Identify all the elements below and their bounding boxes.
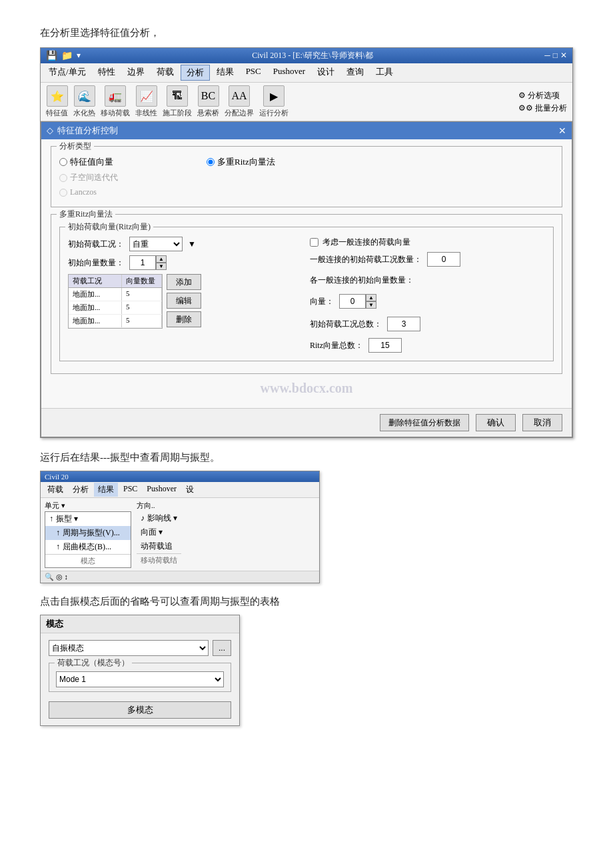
dialog-footer: 删除特征值分析数据 确认 取消 [41, 408, 572, 437]
ritz-totals: 初始荷载工况总数： 3 Ritz向量总数： 15 [310, 317, 545, 355]
delete-analysis-data-button[interactable]: 删除特征值分析数据 [380, 414, 469, 431]
menu-item-node-element[interactable]: 节点/单元 [43, 65, 91, 81]
mode-dots-button[interactable]: ... [213, 640, 231, 656]
table-header: 荷载工况 向量数量 [69, 275, 162, 288]
mode-toolbar-group: 单元 ▾ ↑ 振型 ▾ ↑ 周期与振型(V)... ↑ 屈曲模态(B)... [45, 501, 181, 568]
buckling-label: 屈曲模态(B)... [63, 541, 111, 553]
toolbar-group-boundary: AA 分配边界 [225, 85, 254, 118]
spinner-down[interactable]: ▼ [156, 263, 167, 270]
mini-menu-extra[interactable]: 设 [182, 483, 198, 497]
load-case-select[interactable]: 自重 [129, 237, 183, 251]
radio-eigenvalue-input[interactable] [59, 158, 67, 166]
hydration-icon[interactable]: 🌊 [74, 85, 95, 107]
vector-count-input[interactable]: 1 [129, 255, 156, 270]
toolbar-group-run: ▶ 运行分析 [259, 85, 289, 118]
mini-menu-analysis[interactable]: 分析 [69, 483, 93, 497]
dropdown-arrow: ▼ [188, 239, 196, 249]
vector-spinner[interactable]: ▲ ▼ [339, 294, 376, 309]
mini-menu-results[interactable]: 结果 [94, 483, 118, 497]
construction-icon[interactable]: 🏗 [167, 85, 188, 107]
dialog-close-btn[interactable]: ✕ [558, 125, 566, 137]
menu-bar-1: 节点/单元 特性 边界 荷载 分析 结果 PSC Pushover 设计 查询 … [41, 63, 572, 83]
period-vibration-item[interactable]: ↑ 周期与振型(V)... [45, 526, 131, 540]
status-icon: 🔍 ◎ ↕ [45, 573, 68, 581]
radio-ritz-label: 多重Ritz向量法 [217, 156, 275, 168]
total-load-input[interactable]: 3 [387, 317, 420, 331]
eigenvalue-icon[interactable]: ⭐ [47, 85, 68, 107]
load-case-mode-group: 荷载工况（模态号） Mode 1 [49, 663, 231, 692]
vector-spinner-btns[interactable]: ▲ ▼ [366, 294, 376, 309]
min-btn[interactable]: ─ [544, 51, 550, 61]
mini-menu-load[interactable]: 荷载 [43, 483, 67, 497]
confirm-button[interactable]: 确认 [476, 414, 516, 431]
spinner-up[interactable]: ▲ [156, 255, 167, 263]
radio-eigenvalue-label: 特征值向量 [70, 156, 113, 168]
surface-item[interactable]: 向面 ▾ [137, 525, 181, 539]
radio-eigenvalue-vector[interactable]: 特征值向量 [59, 156, 113, 168]
ritz-total-input[interactable]: 15 [368, 338, 402, 353]
menu-item-query[interactable]: 查询 [341, 65, 369, 81]
general-count-label: 一般连接的初始荷载工况数量： [310, 254, 422, 265]
toolbar-right: ⚙ 分析选项 ⚙⚙ 批量分析 [518, 90, 567, 114]
analysis-options-label[interactable]: ⚙ 分析选项 [518, 90, 567, 101]
multi-mode-button[interactable]: 多模态 [49, 701, 231, 719]
unit-row: 单元 ▾ [45, 501, 131, 511]
max-btn[interactable]: □ [553, 51, 558, 61]
mini-menu-pushover[interactable]: Pushover [143, 483, 181, 497]
table-btn-group: 添加 编辑 删除 [167, 274, 201, 333]
vector-up[interactable]: ▲ [366, 294, 376, 301]
general-vector-label: 各一般连接的初始向量数量： [310, 275, 414, 286]
influence-line-item[interactable]: ♪ 影响线 ▾ [137, 511, 181, 525]
consider-general-row: 考虑一般连接的荷载向量 [310, 237, 545, 248]
menu-item-design[interactable]: 设计 [312, 65, 340, 81]
lanczos-radio-row: Lanczos [59, 187, 554, 197]
menu-item-analysis[interactable]: 分析 [181, 65, 210, 81]
mini-menu-bar: 荷载 分析 结果 PSC Pushover 设 [41, 482, 319, 498]
general-count-input[interactable]: 0 [427, 252, 460, 267]
nonlinear-icon[interactable]: 📈 [136, 85, 157, 107]
direction-row: 方向.. [137, 501, 181, 511]
watermark: www.bdocx.com [51, 381, 562, 396]
intro-text-1: 在分析里选择特征值分析， [40, 27, 573, 39]
analysis-type-label: 分析类型 [57, 141, 94, 152]
table-row-2: 地面加... 5 [69, 301, 162, 315]
delete-row-button[interactable]: 删除 [167, 311, 201, 327]
menu-item-psc[interactable]: PSC [241, 65, 267, 81]
buckling-mode-item[interactable]: ↑ 屈曲模态(B)... [45, 540, 131, 554]
vibration-mode-item[interactable]: ↑ 振型 ▾ [45, 512, 131, 526]
row1-col2: 5 [122, 288, 162, 301]
mini-menu-psc[interactable]: PSC [119, 483, 141, 497]
boundary-icon[interactable]: AA [229, 85, 250, 107]
self-vibration-select[interactable]: 自振模态 [49, 640, 209, 656]
radio-ritz[interactable]: 多重Ritz向量法 [207, 156, 275, 168]
cancel-button[interactable]: 取消 [522, 414, 562, 431]
vector-input[interactable] [339, 294, 366, 309]
menu-item-load[interactable]: 荷载 [151, 65, 179, 81]
moving-load-icon[interactable]: 🚛 [105, 85, 126, 107]
moving-load-trace-item[interactable]: 动荷载追 [137, 539, 181, 553]
menu-item-boundary[interactable]: 边界 [122, 65, 150, 81]
vector-count-spinner[interactable]: 1 ▲ ▼ [129, 255, 167, 270]
spinner-buttons[interactable]: ▲ ▼ [156, 255, 167, 270]
menu-item-pushover[interactable]: Pushover [268, 65, 310, 81]
vector-down[interactable]: ▼ [366, 301, 376, 309]
edit-button[interactable]: 编辑 [167, 293, 201, 309]
row3-col1: 地面加... [69, 315, 122, 327]
menu-item-properties[interactable]: 特性 [93, 65, 121, 81]
menu-item-results[interactable]: 结果 [211, 65, 239, 81]
radio-ritz-input[interactable] [207, 158, 215, 166]
table-btn-area: 荷载工况 向量数量 地面加... 5 [68, 274, 303, 333]
ritz-section-group: 多重Ritz向量法 初始荷载向量(Ritz向量) 初始荷载工况： [51, 214, 562, 374]
add-button[interactable]: 添加 [167, 274, 201, 290]
mode-load-case-select[interactable]: Mode 1 [56, 671, 224, 687]
cable-icon[interactable]: BC [198, 85, 219, 107]
radio-subspace: 子空间迭代代 [59, 172, 118, 183]
influence-label: 影响线 ▾ [147, 513, 177, 524]
run-icon[interactable]: ▶ [263, 85, 285, 107]
ritz-left-col: 初始荷载工况： 自重 ▼ 初始向量数量： [68, 237, 303, 355]
radio-subspace-label: 子空间迭代代 [70, 172, 118, 183]
close-btn-title[interactable]: ✕ [560, 51, 567, 61]
consider-general-checkbox[interactable] [310, 238, 318, 247]
menu-item-tools[interactable]: 工具 [370, 65, 398, 81]
batch-analysis-label[interactable]: ⚙⚙ 批量分析 [518, 103, 567, 114]
